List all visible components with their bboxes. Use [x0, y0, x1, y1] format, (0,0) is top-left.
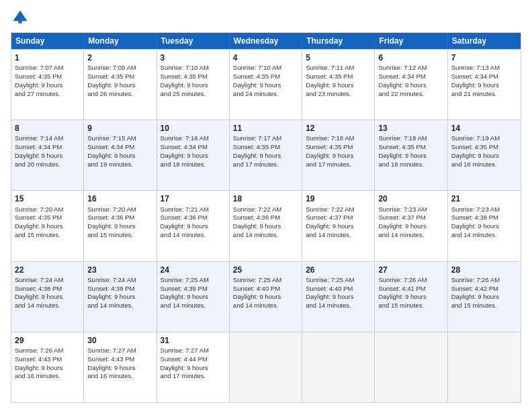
day-info-line: Daylight: 9 hours: [233, 152, 298, 161]
day-info-line: Sunset: 4:35 PM: [451, 143, 517, 152]
day-info-line: Sunset: 4:34 PM: [378, 73, 443, 81]
day-info-line: and 14 minutes.: [161, 302, 226, 310]
day-info-line: Sunrise: 7:24 AM: [87, 276, 152, 285]
calendar-header: SundayMondayTuesdayWednesdayThursdayFrid…: [11, 33, 521, 49]
day-info-line: and 26 minutes.: [87, 90, 152, 99]
calendar-cell-9: 9Sunrise: 7:15 AMSunset: 4:34 PMDaylight…: [84, 120, 157, 190]
day-header-wednesday: Wednesday: [230, 33, 302, 49]
day-number: 23: [87, 265, 152, 275]
day-info-line: Sunrise: 7:22 AM: [306, 205, 371, 214]
day-info-line: Daylight: 9 hours: [87, 364, 152, 373]
calendar-row-1: 1Sunrise: 7:07 AMSunset: 4:35 PMDaylight…: [11, 49, 521, 120]
day-info-line: Daylight: 9 hours: [451, 152, 517, 161]
day-info-line: Sunset: 4:44 PM: [161, 355, 226, 364]
day-number: 25: [233, 265, 298, 275]
day-number: 19: [306, 193, 371, 204]
day-info-line: and 15 minutes.: [87, 231, 152, 240]
day-info-line: Daylight: 9 hours: [87, 222, 152, 231]
day-info-line: Daylight: 9 hours: [87, 152, 152, 161]
calendar-row-4: 22Sunrise: 7:24 AMSunset: 4:38 PMDayligh…: [11, 261, 521, 332]
day-info-line: Daylight: 9 hours: [161, 152, 226, 161]
day-info-line: and 17 minutes.: [161, 372, 226, 381]
day-number: 10: [161, 123, 226, 134]
day-info-line: Sunset: 4:35 PM: [161, 73, 226, 81]
day-info-line: Sunset: 4:34 PM: [15, 143, 80, 152]
day-number: 28: [451, 265, 517, 275]
calendar-cell-2: 2Sunrise: 7:09 AMSunset: 4:35 PMDaylight…: [84, 50, 157, 120]
day-info-line: and 14 minutes.: [233, 231, 298, 240]
day-info-line: and 14 minutes.: [306, 302, 371, 310]
day-header-tuesday: Tuesday: [157, 33, 230, 49]
calendar-cell-29: 29Sunrise: 7:26 AMSunset: 4:43 PMDayligh…: [11, 332, 84, 402]
day-info-line: Sunrise: 7:14 AM: [15, 134, 80, 143]
day-info-line: Sunrise: 7:12 AM: [378, 64, 443, 73]
day-info-line: Sunset: 4:43 PM: [15, 355, 80, 364]
calendar-cell-28: 28Sunrise: 7:26 AMSunset: 4:42 PMDayligh…: [448, 262, 521, 332]
day-info-line: Sunset: 4:38 PM: [15, 285, 80, 293]
calendar-cell-20: 20Sunrise: 7:23 AMSunset: 4:37 PMDayligh…: [375, 191, 447, 261]
day-info-line: Sunrise: 7:24 AM: [15, 276, 80, 285]
day-info-line: Daylight: 9 hours: [15, 222, 80, 231]
calendar-cell-13: 13Sunrise: 7:18 AMSunset: 4:35 PMDayligh…: [375, 120, 447, 190]
day-info-line: Sunrise: 7:26 AM: [378, 276, 443, 285]
day-info-line: Sunrise: 7:18 AM: [378, 134, 443, 143]
day-info-line: Sunrise: 7:16 AM: [161, 134, 226, 143]
day-info-line: and 14 minutes.: [378, 231, 443, 240]
day-number: 30: [87, 335, 152, 346]
day-info-line: Sunrise: 7:23 AM: [451, 205, 517, 214]
day-header-sunday: Sunday: [11, 33, 84, 49]
calendar-cell-1: 1Sunrise: 7:07 AMSunset: 4:35 PMDaylight…: [11, 50, 84, 120]
day-info-line: Daylight: 9 hours: [15, 81, 80, 90]
day-info-line: Daylight: 9 hours: [161, 81, 226, 90]
day-info-line: Sunrise: 7:26 AM: [15, 347, 80, 355]
calendar-cell-17: 17Sunrise: 7:21 AMSunset: 4:36 PMDayligh…: [157, 191, 230, 261]
day-info-line: and 21 minutes.: [451, 90, 517, 99]
calendar-cell-24: 24Sunrise: 7:25 AMSunset: 4:39 PMDayligh…: [157, 262, 230, 332]
day-header-friday: Friday: [375, 33, 447, 49]
day-number: 1: [15, 52, 80, 63]
day-info-line: Daylight: 9 hours: [306, 152, 371, 161]
calendar-cell-26: 26Sunrise: 7:25 AMSunset: 4:40 PMDayligh…: [302, 262, 375, 332]
day-info-line: Sunset: 4:35 PM: [233, 73, 298, 81]
day-info-line: and 14 minutes.: [306, 231, 371, 240]
calendar-cell-22: 22Sunrise: 7:24 AMSunset: 4:38 PMDayligh…: [11, 262, 84, 332]
day-info-line: Sunrise: 7:07 AM: [15, 64, 80, 73]
day-info-line: and 25 minutes.: [161, 90, 226, 99]
day-number: 5: [306, 52, 371, 63]
day-info-line: and 16 minutes.: [451, 161, 517, 169]
day-info-line: and 14 minutes.: [87, 302, 152, 310]
day-info-line: Sunset: 4:37 PM: [306, 214, 371, 222]
day-number: 14: [451, 123, 517, 134]
day-info-line: Sunset: 4:39 PM: [87, 285, 152, 293]
day-header-monday: Monday: [84, 33, 157, 49]
day-number: 4: [233, 52, 298, 63]
day-info-line: and 16 minutes.: [15, 372, 80, 381]
day-number: 15: [15, 193, 80, 204]
day-info-line: Sunrise: 7:10 AM: [233, 64, 298, 73]
day-info-line: Sunrise: 7:23 AM: [378, 205, 443, 214]
day-info-line: Sunrise: 7:15 AM: [87, 134, 152, 143]
day-info-line: and 18 minutes.: [161, 161, 226, 169]
day-number: 29: [15, 335, 80, 346]
day-header-saturday: Saturday: [448, 33, 521, 49]
day-info-line: Sunrise: 7:27 AM: [87, 347, 152, 355]
calendar-cell-3: 3Sunrise: 7:10 AMSunset: 4:35 PMDaylight…: [157, 50, 230, 120]
day-number: 11: [233, 123, 298, 134]
calendar: SundayMondayTuesdayWednesdayThursdayFrid…: [11, 32, 521, 403]
calendar-cell-18: 18Sunrise: 7:22 AMSunset: 4:36 PMDayligh…: [230, 191, 302, 261]
day-info-line: Daylight: 9 hours: [378, 152, 443, 161]
day-info-line: Daylight: 9 hours: [451, 81, 517, 90]
calendar-cell-12: 12Sunrise: 7:18 AMSunset: 4:35 PMDayligh…: [302, 120, 375, 190]
day-info-line: Sunset: 4:35 PM: [15, 214, 80, 222]
day-info-line: Sunrise: 7:18 AM: [306, 134, 371, 143]
day-info-line: Daylight: 9 hours: [233, 293, 298, 302]
day-info-line: and 22 minutes.: [378, 90, 443, 99]
header: [11, 8, 521, 27]
day-info-line: Sunrise: 7:13 AM: [451, 64, 517, 73]
day-info-line: Daylight: 9 hours: [161, 364, 226, 373]
day-info-line: Sunset: 4:36 PM: [87, 214, 152, 222]
day-info-line: and 24 minutes.: [233, 90, 298, 99]
calendar-cell-21: 21Sunrise: 7:23 AMSunset: 4:38 PMDayligh…: [448, 191, 521, 261]
day-info-line: and 15 minutes.: [451, 302, 517, 310]
logo-icon: [11, 8, 30, 27]
